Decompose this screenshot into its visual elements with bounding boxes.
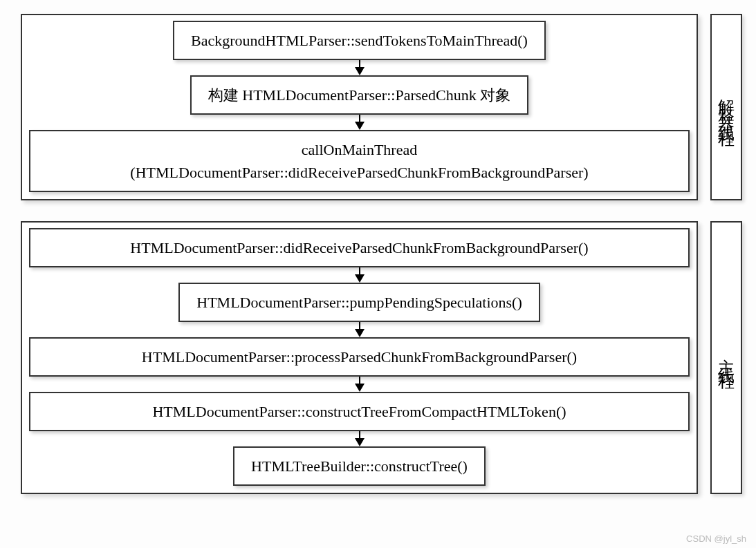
group-box-main-thread: HTMLDocumentParser::didReceiveParsedChun… bbox=[21, 221, 698, 494]
group-label-parser-thread: 解释器线程 bbox=[710, 14, 742, 200]
watermark: CSDN @jyl_sh bbox=[686, 533, 746, 544]
flow-box: callOnMainThread(HTMLDocumentParser::did… bbox=[29, 130, 690, 192]
flow-box: HTMLDocumentParser::pumpPendingSpeculati… bbox=[178, 283, 540, 322]
arrow-down-icon bbox=[355, 267, 365, 283]
group-parser-thread: BackgroundHTMLParser::sendTokensToMainTh… bbox=[21, 14, 742, 200]
group-label-main-thread: 主线程 bbox=[710, 221, 742, 494]
flow-box: 构建 HTMLDocumentParser::ParsedChunk 对象 bbox=[190, 75, 529, 115]
arrow-down-icon bbox=[355, 431, 365, 446]
arrow-down-icon bbox=[355, 60, 365, 75]
arrow-down-icon bbox=[355, 115, 365, 130]
flow-box: HTMLDocumentParser::processParsedChunkFr… bbox=[29, 337, 690, 377]
arrow-down-icon bbox=[355, 322, 365, 337]
flow-box: HTMLTreeBuilder::constructTree() bbox=[233, 446, 486, 486]
flow-box: HTMLDocumentParser::didReceiveParsedChun… bbox=[29, 228, 690, 267]
diagram-container: BackgroundHTMLParser::sendTokensToMainTh… bbox=[21, 14, 742, 494]
flow-box: HTMLDocumentParser::constructTreeFromCom… bbox=[29, 392, 690, 431]
arrow-down-icon bbox=[355, 377, 365, 392]
group-box-parser-thread: BackgroundHTMLParser::sendTokensToMainTh… bbox=[21, 14, 698, 200]
flow-box: BackgroundHTMLParser::sendTokensToMainTh… bbox=[173, 21, 546, 60]
group-main-thread: HTMLDocumentParser::didReceiveParsedChun… bbox=[21, 221, 742, 494]
